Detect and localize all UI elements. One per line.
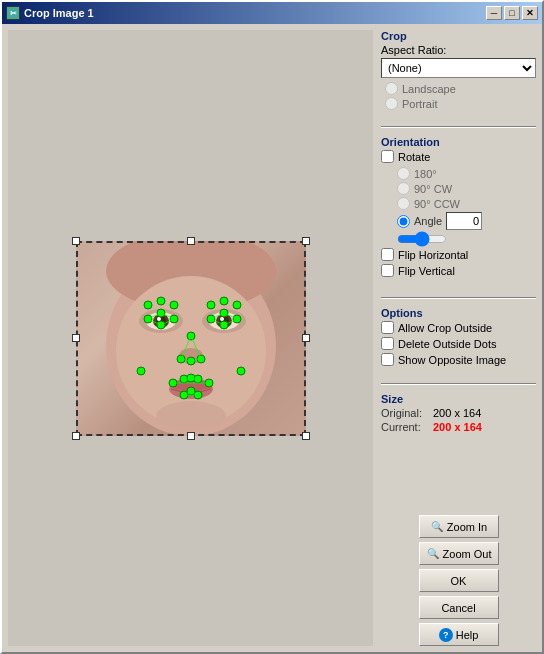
orientation-section-label: Orientation [381,136,536,148]
allow-crop-outside-row: Allow Crop Outside [381,321,536,334]
separator-3 [381,383,536,385]
current-size-row: Current: 200 x 164 [381,421,536,433]
maximize-button[interactable]: □ [504,6,520,20]
title-bar: ✂ Crop Image 1 ─ □ ✕ [2,2,542,24]
image-panel [8,30,373,646]
options-section-label: Options [381,307,536,319]
flip-vertical-label: Flip Vertical [398,265,455,277]
portrait-radio[interactable] [385,97,398,110]
angle-slider-container [397,232,536,248]
angle-custom-row: Angle 0 [397,212,536,230]
svg-point-25 [144,301,152,309]
flip-horizontal-label: Flip Horizontal [398,249,468,261]
cancel-button[interactable]: Cancel [419,596,499,619]
crop-section-label: Crop [381,30,536,42]
zoom-in-icon: 🔍 [430,520,444,534]
angle-90ccw-label: 90° CCW [414,198,460,210]
angle-slider[interactable] [397,232,447,246]
landscape-radio[interactable] [385,82,398,95]
show-opposite-image-checkbox[interactable] [381,353,394,366]
main-window: ✂ Crop Image 1 ─ □ ✕ [0,0,544,654]
portrait-radio-row: Portrait [385,97,536,110]
angle-value-input[interactable]: 0 [446,212,482,230]
aspect-ratio-select[interactable]: (None) 4:3 16:9 1:1 3:2 [381,58,536,78]
title-controls: ─ □ ✕ [486,6,538,20]
zoom-in-button[interactable]: 🔍 Zoom In [419,515,499,538]
aspect-ratio-label: Aspect Ratio: [381,44,536,56]
svg-point-30 [233,301,241,309]
crop-handle-bl[interactable] [72,432,80,440]
flip-section: Flip Horizontal Flip Vertical [381,248,536,277]
orientation-radios: Landscape Portrait [385,82,536,110]
rotate-label: Rotate [398,151,430,163]
show-opposite-image-row: Show Opposite Image [381,353,536,366]
svg-point-29 [220,297,228,305]
size-section: Size Original: 200 x 164 Current: 200 x … [381,393,536,435]
crop-handle-tl[interactable] [72,237,80,245]
help-button[interactable]: ? Help [419,623,499,646]
svg-point-44 [237,367,245,375]
minimize-button[interactable]: ─ [486,6,502,20]
window-title: Crop Image 1 [24,7,486,19]
svg-point-28 [207,301,215,309]
right-panel: Crop Aspect Ratio: (None) 4:3 16:9 1:1 3… [381,30,536,646]
options-section: Options Allow Crop Outside Delete Outsid… [381,307,536,369]
original-size-value: 200 x 164 [433,407,481,419]
allow-crop-outside-checkbox[interactable] [381,321,394,334]
separator-1 [381,126,536,128]
content-area: Crop Aspect Ratio: (None) 4:3 16:9 1:1 3… [2,24,542,652]
angle-90cw-label: 90° CW [414,183,452,195]
rotate-checkbox[interactable] [381,150,394,163]
zoom-out-button[interactable]: 🔍 Zoom Out [419,542,499,565]
angle-custom-radio[interactable] [397,215,410,228]
close-button[interactable]: ✕ [522,6,538,20]
delete-outside-dots-row: Delete Outside Dots [381,337,536,350]
angle-90cw-radio[interactable] [397,182,410,195]
delete-outside-dots-label: Delete Outside Dots [398,338,496,350]
angle-180-label: 180° [414,168,437,180]
current-size-label: Current: [381,421,429,433]
portrait-label: Portrait [402,98,437,110]
crop-handle-r[interactable] [302,334,310,342]
svg-point-27 [170,301,178,309]
angle-180-radio[interactable] [397,167,410,180]
face-image [76,241,306,436]
angle-90ccw-row: 90° CCW [397,197,536,210]
svg-point-8 [157,317,161,321]
flip-vertical-checkbox[interactable] [381,264,394,277]
crop-handle-b[interactable] [187,432,195,440]
angle-90ccw-radio[interactable] [397,197,410,210]
buttons-section: 🔍 Zoom In 🔍 Zoom Out OK Cancel ? Help [381,515,536,646]
separator-2 [381,297,536,299]
crop-section: Crop Aspect Ratio: (None) 4:3 16:9 1:1 3… [381,30,536,112]
size-section-label: Size [381,393,536,405]
orientation-section: Orientation Rotate 180° 90° CW [381,136,536,283]
crop-handle-l[interactable] [72,334,80,342]
svg-point-12 [220,317,224,321]
svg-point-26 [157,297,165,305]
svg-point-43 [137,367,145,375]
crop-handle-tr[interactable] [302,237,310,245]
delete-outside-dots-checkbox[interactable] [381,337,394,350]
flip-horizontal-checkbox[interactable] [381,248,394,261]
image-container [76,241,306,436]
allow-crop-outside-label: Allow Crop Outside [398,322,492,334]
svg-point-16 [156,401,226,431]
original-size-row: Original: 200 x 164 [381,407,536,419]
current-size-value: 200 x 164 [433,421,482,433]
angle-90cw-row: 90° CW [397,182,536,195]
flip-vertical-row: Flip Vertical [381,264,536,277]
flip-horizontal-row: Flip Horizontal [381,248,536,261]
landscape-label: Landscape [402,83,456,95]
window-icon: ✂ [6,6,20,20]
landscape-radio-row: Landscape [385,82,536,95]
original-size-label: Original: [381,407,429,419]
ok-button[interactable]: OK [419,569,499,592]
angle-custom-label: Angle [414,215,442,227]
angle-options: 180° 90° CW 90° CCW Angle 0 [397,167,536,248]
crop-handle-t[interactable] [187,237,195,245]
crop-handle-br[interactable] [302,432,310,440]
angle-180-row: 180° [397,167,536,180]
show-opposite-image-label: Show Opposite Image [398,354,506,366]
help-icon: ? [439,628,453,642]
